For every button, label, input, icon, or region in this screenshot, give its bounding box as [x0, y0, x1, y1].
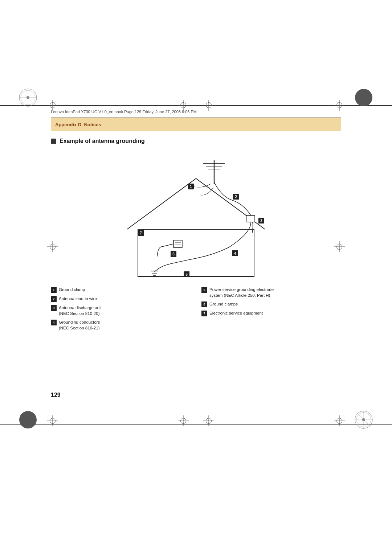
legend-num-5: 5 — [201, 287, 207, 293]
legend-item-1: 1 Ground clamp — [51, 287, 191, 293]
legend-item-2: 2 Antenna lead-in wire — [51, 296, 191, 302]
legend-num-7: 7 — [201, 311, 207, 316]
section-title-row: Example of antenna grounding — [51, 138, 341, 144]
legend-area: 1 Ground clamp 2 Antenna lead-in wire 3 … — [51, 287, 341, 331]
svg-point-6 — [26, 96, 29, 99]
legend-text-6: Ground clamps — [209, 301, 238, 307]
section-bullet-icon — [51, 139, 56, 144]
svg-rect-35 — [173, 240, 182, 247]
legend-num-3: 3 — [51, 305, 57, 311]
svg-point-15 — [362, 418, 365, 421]
legend-text-1: Ground clamp — [59, 287, 85, 292]
legend-item-4: 4 Grounding conductors(NEC Section 810-2… — [51, 319, 191, 331]
legend-text-4: Grounding conductors(NEC Section 810-21) — [59, 319, 100, 331]
corner-fan-tl — [18, 88, 38, 109]
legend-item-7: 7 Electronic service equipment — [201, 310, 341, 316]
legend-item-3: 3 Antenna discharge unit(NEC Section 810… — [51, 305, 191, 316]
page-number: 129 — [51, 392, 61, 398]
corner-solid-tr — [354, 88, 374, 109]
legend-num-6: 6 — [201, 301, 207, 307]
svg-text:4: 4 — [234, 251, 236, 255]
content-area: Example of antenna grounding 1 2 — [51, 131, 341, 481]
section-header-title: Appendix D. Notices — [55, 122, 101, 127]
section-header: Appendix D. Notices — [51, 118, 341, 131]
svg-text:1: 1 — [190, 185, 192, 189]
svg-point-7 — [355, 89, 372, 106]
svg-text:2: 2 — [235, 195, 237, 199]
page-header-text: Lenovo IdeaPad Y730 UG V1.0_en.book Page… — [51, 110, 197, 114]
antenna-diagram: 1 2 3 4 5 — [51, 149, 341, 280]
legend-num-2: 2 — [51, 296, 57, 302]
legend-num-4: 4 — [51, 320, 57, 325]
section-title-text: Example of antenna grounding — [60, 138, 145, 144]
antenna-grounding-svg: 1 2 3 4 5 — [91, 149, 301, 280]
legend-text-2: Antenna lead-in wire — [59, 296, 97, 301]
legend-item-5: 5 Power service grounding electrodesyste… — [201, 287, 341, 298]
corner-fan-br — [354, 410, 374, 431]
legend-text-7: Electronic service equipment — [209, 310, 263, 316]
svg-text:7: 7 — [140, 231, 142, 235]
legend-text-3: Antenna discharge unit(NEC Section 810-2… — [59, 305, 102, 316]
legend-text-5: Power service grounding electrodesystem … — [209, 287, 274, 298]
svg-text:6: 6 — [172, 252, 175, 256]
legend-item-6: 6 Ground clamps — [201, 301, 341, 307]
legend-num-1: 1 — [51, 287, 57, 293]
svg-text:3: 3 — [260, 219, 262, 223]
svg-text:5: 5 — [185, 272, 188, 276]
svg-point-8 — [19, 411, 37, 428]
page-header: Lenovo IdeaPad Y730 UG V1.0_en.book Page… — [51, 106, 341, 118]
corner-solid-bl — [18, 410, 38, 431]
svg-rect-25 — [247, 216, 255, 222]
